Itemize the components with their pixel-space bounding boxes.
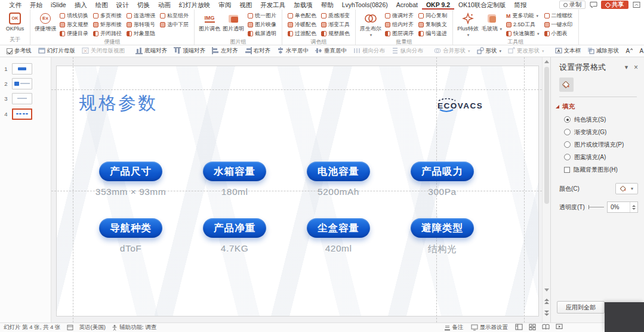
ribbon-big-button[interactable]: 毛玻璃 ▾: [480, 11, 503, 32]
toolbar-button-5[interactable]: 顶端对齐: [171, 46, 208, 57]
spec-pill[interactable]: 导航种类: [99, 218, 162, 238]
transparency-spinbox[interactable]: 0%: [607, 201, 638, 213]
toolbar-button-0[interactable]: 参考线: [4, 46, 35, 57]
ribbon-small-button[interactable]: 粘至组外: [158, 11, 190, 20]
menu-tab-13[interactable]: 帮助: [317, 0, 338, 10]
spec-pill[interactable]: 水箱容量: [203, 162, 266, 181]
ribbon-small-button[interactable]: 矩形衔接: [91, 20, 124, 29]
fill-tab[interactable]: [559, 77, 574, 92]
spec-value[interactable]: 5200mAh: [318, 187, 359, 197]
spec-pill[interactable]: 避障类型: [411, 218, 474, 238]
toolbar-button-6[interactable]: 左对齐: [209, 46, 241, 57]
ribbon-big-button[interactable]: 原生布尔 ▾: [359, 11, 382, 38]
slide-thumbnail[interactable]: [12, 78, 32, 89]
menu-tab-7[interactable]: 动画: [154, 0, 175, 10]
reading-view-icon[interactable]: [542, 324, 550, 331]
previous-slide-button[interactable]: [544, 298, 550, 306]
ribbon-small-button[interactable]: 统一图片: [246, 11, 278, 20]
ribbon-small-button[interactable]: 过渡配色: [286, 29, 318, 38]
ribbon-small-button[interactable]: 快速脑图▾: [504, 29, 541, 38]
scroll-up-icon[interactable]: [544, 60, 549, 63]
spec-value[interactable]: dToF: [120, 243, 141, 254]
ribbon-small-button[interactable]: 图层调序: [383, 29, 415, 38]
share-button[interactable]: 共享: [601, 1, 628, 9]
spec-value[interactable]: 300Pa: [428, 187, 456, 197]
ribbon-small-button[interactable]: 一键水印: [543, 20, 575, 29]
ribbon-small-button[interactable]: 同心复制: [417, 11, 449, 20]
ribbon-small-button[interactable]: 渐变工具: [319, 20, 352, 29]
language-indicator[interactable]: 英语(美国): [79, 324, 106, 331]
spec-pill[interactable]: 尘盒容量: [307, 218, 370, 238]
ribbon-small-button[interactable]: 填线切换: [58, 11, 90, 20]
fill-option-0[interactable]: 纯色填充(S): [564, 113, 644, 126]
fill-option-3[interactable]: 图案填充(A): [564, 151, 644, 163]
spec-value[interactable]: 结构光: [428, 243, 457, 256]
slide-sorter-view-icon[interactable]: [529, 324, 536, 331]
slideshow-view-icon[interactable]: [556, 324, 563, 331]
toolbar-button-4[interactable]: 底端对齐: [133, 46, 170, 57]
fill-section-header[interactable]: 填充: [556, 103, 644, 111]
spin-down-icon[interactable]: [632, 208, 636, 210]
menu-tab-15[interactable]: Acrobat: [392, 0, 422, 10]
ribbon-small-button[interactable]: 规整颜色: [319, 29, 352, 38]
slide-page[interactable]: 规格参数 ECOVACS 产品尺寸353mm × 93mm水箱容量180ml电池…: [56, 66, 539, 317]
toolbar-button-9[interactable]: 垂直居中: [312, 46, 350, 57]
ribbon-small-button[interactable]: 截屏透明: [246, 29, 278, 38]
slide-thumbnail[interactable]: [12, 108, 32, 120]
toolbar-button-1[interactable]: 幻灯片母版: [35, 46, 79, 57]
ribbon-small-button[interactable]: 2.5D工具: [504, 20, 541, 29]
toolbar-button-20[interactable]: A: [636, 46, 644, 57]
fill-option-4[interactable]: 隐藏背景图形(H): [564, 163, 644, 176]
vertical-scrollbar[interactable]: [542, 57, 550, 322]
ribbon-small-button[interactable]: 连选增强: [125, 11, 157, 20]
panel-dropdown-icon[interactable]: ▼: [620, 64, 633, 70]
ribbon-big-button[interactable]: IMG图片调色: [198, 11, 221, 32]
menu-tab-10[interactable]: 视图: [235, 0, 256, 10]
accessibility-status[interactable]: 辅助功能: 调查: [112, 324, 156, 331]
toolbar-button-18[interactable]: 减除形状: [584, 46, 622, 57]
ribbon-small-button[interactable]: 开闭路径: [91, 29, 124, 38]
ribbon-small-button[interactable]: 冷暖配色: [286, 20, 318, 29]
toolbar-button-19[interactable]: A: [623, 46, 636, 57]
spec-value[interactable]: 420ml: [325, 243, 352, 254]
ribbon-small-button[interactable]: 对象显隐: [125, 29, 157, 38]
scrollbar-thumb[interactable]: [544, 67, 549, 204]
ribbon-small-button[interactable]: 编号递进: [417, 29, 449, 38]
display-settings-button[interactable]: 显示器设置: [471, 324, 509, 331]
ribbon-small-button[interactable]: 二维螺纹: [543, 11, 575, 20]
comment-icon[interactable]: [589, 1, 597, 8]
menu-tab-6[interactable]: 切换: [133, 0, 154, 10]
next-slide-button[interactable]: [544, 310, 550, 318]
menu-tab-8[interactable]: 幻灯片放映: [175, 0, 215, 10]
ribbon-small-button[interactable]: 复制换文: [417, 20, 449, 29]
toolbar-button-17[interactable]: 文本框: [552, 46, 584, 57]
spec-pill[interactable]: 产品尺寸: [99, 162, 162, 181]
slide-thumbnail[interactable]: [12, 63, 32, 75]
menu-tab-17[interactable]: OK10联合定制版: [454, 0, 510, 10]
ribbon-small-button[interactable]: 微调对齐: [383, 11, 415, 20]
ribbon-small-button[interactable]: M更多功能▾: [504, 11, 541, 20]
ribbon-small-button[interactable]: 便捷目录: [58, 29, 90, 38]
ribbon-small-button[interactable]: 单色配色: [286, 11, 318, 20]
spec-value[interactable]: 4.7KG: [221, 243, 248, 254]
ecovacs-logo[interactable]: ECOVACS: [435, 97, 490, 113]
spec-value[interactable]: 180ml: [221, 187, 248, 197]
ribbon-small-button[interactable]: 选中下层: [158, 20, 190, 29]
menu-tab-11[interactable]: 开发工具: [256, 0, 289, 10]
menu-tab-16[interactable]: OKP 9.2: [422, 0, 454, 10]
spec-pill[interactable]: 产品吸力: [411, 162, 474, 181]
menu-tab-3[interactable]: 插入: [70, 0, 91, 10]
ribbon-big-button[interactable]: OKOKPlus: [4, 11, 26, 32]
apply-to-all-button[interactable]: 应用到全部: [557, 301, 605, 314]
menu-tab-2[interactable]: iSlide: [47, 0, 70, 10]
toolbar-button-8[interactable]: 水平居中: [274, 46, 312, 57]
toolbar-button-14[interactable]: 形状▾: [474, 46, 505, 57]
transparency-slider[interactable]: [588, 207, 604, 207]
ribbon-big-button[interactable]: Plus特效 ▾: [457, 11, 479, 38]
fill-option-1[interactable]: 渐变填充(G): [564, 126, 644, 138]
theme-icon[interactable]: [67, 324, 73, 331]
menu-tab-0[interactable]: 文件: [5, 0, 26, 10]
ribbon-small-button[interactable]: 形文规整: [58, 20, 90, 29]
spec-pill[interactable]: 电池容量: [307, 162, 370, 181]
spec-value[interactable]: 353mm × 93mm: [95, 187, 166, 197]
